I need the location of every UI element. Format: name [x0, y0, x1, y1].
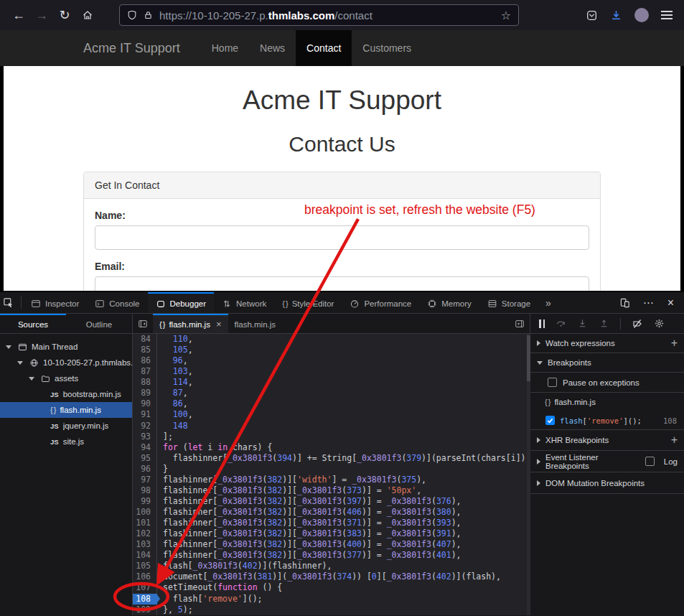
source-tree-item-site-js[interactable]: JSsite.js	[0, 434, 132, 449]
xhr-breakpoints-header[interactable]: XHR Breakpoints +	[530, 430, 684, 451]
line-number-gutter[interactable]: 104	[133, 550, 157, 561]
nav-link-contact[interactable]: Contact	[296, 30, 352, 66]
home-button[interactable]	[76, 4, 99, 27]
debugger-settings-button[interactable]	[654, 318, 665, 329]
more-tabs-button[interactable]: »	[538, 292, 558, 313]
line-number-gutter[interactable]: 99	[133, 496, 157, 507]
devtools-tab-style-editor[interactable]: { }Style Editor	[274, 292, 342, 313]
deactivate-breakpoints-button[interactable]	[632, 318, 643, 330]
source-tree-item-bootstrap-min-js[interactable]: JSbootstrap.min.js	[0, 386, 132, 402]
code-line: 97flashinner[_0x3801f3(382)]['width'] = …	[133, 475, 530, 485]
dom-mutation-breakpoints-header[interactable]: DOM Mutation Breakpoints	[530, 472, 684, 494]
step-in-button[interactable]	[577, 318, 588, 329]
pause-button[interactable]	[539, 319, 545, 328]
watch-expressions-header[interactable]: Watch expressions +	[530, 334, 684, 353]
line-number-gutter[interactable]: 87	[133, 366, 157, 377]
line-number-gutter[interactable]: 92	[133, 421, 157, 431]
file-tab-flash-min-js[interactable]: flash.min.js	[228, 314, 283, 333]
expand-triangle-icon[interactable]	[6, 345, 11, 349]
email-field[interactable]	[95, 276, 589, 291]
forward-button[interactable]: →	[30, 4, 53, 27]
line-number-gutter[interactable]: 84	[133, 334, 157, 345]
breakpoint-line-number-badge[interactable]: 108	[133, 594, 157, 605]
source-tree-item-10-10-205-27-p-thmlabs[interactable]: 10-10-205-27.p.thmlabs.	[0, 355, 132, 370]
line-number-gutter[interactable]: 105	[133, 561, 157, 571]
log-event-listeners-checkbox[interactable]	[645, 457, 655, 466]
nav-link-news[interactable]: News	[249, 30, 296, 66]
source-tree-item-jquery-min-js[interactable]: JSjquery.min.js	[0, 418, 132, 434]
collapse-sidebar-button[interactable]	[133, 314, 153, 333]
reload-button[interactable]: ↻	[53, 4, 76, 27]
devtools-tab-debugger[interactable]: Debugger	[148, 292, 215, 313]
code-text: 100,	[157, 409, 193, 420]
bookmark-star-icon[interactable]: ☆	[501, 9, 511, 22]
url-bar[interactable]: https://10-10-205-27.p.thmlabs.com/conta…	[119, 4, 519, 26]
add-watch-button[interactable]: +	[671, 337, 678, 350]
close-tab-icon[interactable]: ×	[216, 319, 222, 330]
line-number-gutter[interactable]: 89	[133, 388, 157, 398]
step-over-button[interactable]	[556, 318, 566, 329]
line-number-gutter[interactable]: 100	[133, 507, 157, 518]
account-avatar[interactable]	[634, 8, 649, 22]
line-number-gutter[interactable]: 109	[133, 605, 157, 615]
nav-link-customers[interactable]: Customers	[352, 30, 422, 66]
line-number-gutter[interactable]: 85	[133, 345, 157, 355]
devtools-menu-button[interactable]: ⋯	[643, 297, 655, 309]
line-number-gutter[interactable]: 102	[133, 528, 157, 539]
devtools-tab-console[interactable]: Console	[87, 292, 147, 313]
line-number-gutter[interactable]: 103	[133, 539, 157, 550]
name-field[interactable]	[95, 225, 589, 250]
file-tab-flash-min-js-pretty[interactable]: { } flash.min.js ×	[153, 314, 228, 333]
breakpoint-entry[interactable]: flash['remove'](); 108	[530, 411, 684, 430]
responsive-mode-icon[interactable]	[619, 297, 630, 308]
expand-panes-button[interactable]	[510, 314, 530, 333]
pocket-icon[interactable]	[586, 9, 598, 22]
nav-link-home[interactable]: Home	[201, 30, 249, 66]
line-number-gutter[interactable]: 88	[133, 377, 157, 388]
devtools-tab-memory[interactable]: Memory	[419, 292, 479, 313]
line-number-gutter[interactable]: 98	[133, 485, 157, 496]
pause-on-exceptions-checkbox[interactable]	[548, 378, 557, 387]
memory-icon	[427, 299, 437, 309]
code-line: 107setTimeout(function () {	[133, 582, 530, 593]
breakpoint-checkbox[interactable]	[545, 416, 555, 425]
tab-sources[interactable]: Sources	[0, 314, 66, 333]
line-number-gutter[interactable]: 94	[133, 442, 157, 453]
source-tree-item-assets[interactable]: assets	[0, 370, 132, 386]
pause-on-exceptions-row[interactable]: Pause on exceptions	[530, 373, 684, 393]
event-listener-breakpoints-header[interactable]: Event Listener Breakpoints Log	[530, 451, 684, 472]
devtools-close-button[interactable]: ×	[667, 297, 674, 309]
devtools-tab-network[interactable]: Network	[214, 292, 274, 313]
line-number-gutter[interactable]: 96	[133, 464, 157, 475]
menu-button[interactable]	[661, 11, 673, 19]
devtools-tab-inspector[interactable]: Inspector	[23, 292, 87, 313]
pick-element-button[interactable]	[0, 292, 19, 313]
expand-triangle-icon[interactable]	[29, 377, 34, 381]
download-icon[interactable]	[610, 9, 622, 22]
expand-triangle-icon[interactable]	[17, 361, 23, 365]
site-brand[interactable]: Acme IT Support	[83, 41, 191, 56]
code-line: 93];	[133, 431, 530, 442]
line-number-gutter[interactable]: 106	[133, 571, 157, 582]
line-number-gutter[interactable]: 90	[133, 398, 157, 409]
devtools-tab-performance[interactable]: Performance	[342, 292, 419, 313]
line-number-gutter[interactable]: 95	[133, 453, 157, 464]
breakpoints-header[interactable]: Breakpoints	[530, 353, 684, 373]
line-number-gutter[interactable]: 107	[133, 582, 157, 593]
editor-scrollbar[interactable]	[527, 334, 530, 615]
line-number-gutter[interactable]: 97	[133, 475, 157, 485]
line-number-gutter[interactable]: 86	[133, 355, 157, 366]
pretty-print-icon: { }	[159, 320, 164, 329]
tab-outline[interactable]: Outline	[66, 314, 132, 333]
back-button[interactable]: ←	[7, 4, 30, 27]
line-number-gutter[interactable]: 91	[133, 409, 157, 420]
line-number-gutter[interactable]: 93	[133, 431, 157, 442]
source-tree-item-flash-min-js[interactable]: { }flash.min.js	[0, 402, 132, 418]
line-number-gutter[interactable]: 101	[133, 518, 157, 528]
code-line: 106document[_0x3801f3(381)](_0x3801f3(37…	[133, 571, 530, 582]
step-out-button[interactable]	[599, 318, 609, 329]
devtools-tab-storage[interactable]: Storage	[479, 292, 538, 313]
source-tree-item-main-thread[interactable]: Main Thread	[0, 339, 132, 355]
add-xhr-breakpoint-button[interactable]: +	[671, 434, 678, 447]
breakpoint-source-group[interactable]: { } flash.min.js	[530, 393, 684, 411]
